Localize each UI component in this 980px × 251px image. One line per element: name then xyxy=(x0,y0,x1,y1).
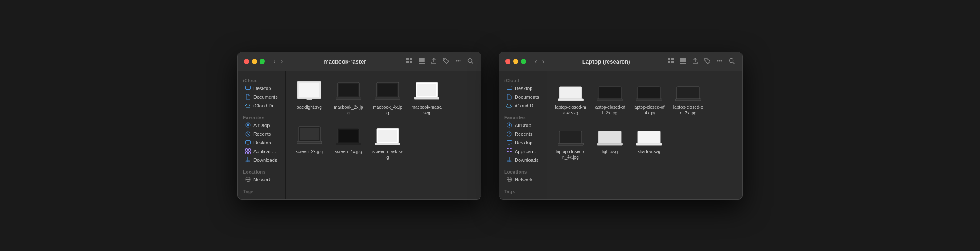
view-icon-grid-2[interactable] xyxy=(666,57,675,67)
sidebar-item-recents-1[interactable]: Recents xyxy=(240,130,284,138)
downloads-icon-1 xyxy=(245,157,251,163)
view-icon-grid-1[interactable] xyxy=(405,57,414,67)
sidebar-item-documents-1[interactable]: Documents xyxy=(240,93,284,101)
sidebar-item-label-icloud-2: iCloud Drive xyxy=(515,103,540,108)
minimize-button-1[interactable] xyxy=(252,59,257,64)
sidebar-item-label-airdrop-2: AirDrop xyxy=(515,123,531,128)
file-thumb-macbook4x xyxy=(374,79,402,103)
svg-rect-32 xyxy=(375,97,400,99)
desktop3-icon xyxy=(506,140,512,146)
share-icon-1[interactable] xyxy=(429,57,438,67)
svg-rect-49 xyxy=(680,58,686,60)
tag-icon-2[interactable] xyxy=(703,57,712,67)
share-icon-2[interactable] xyxy=(691,57,700,67)
more-icon-1[interactable] xyxy=(454,57,463,67)
network-icon-2 xyxy=(506,177,512,183)
sidebar-item-desktop3[interactable]: Desktop xyxy=(501,138,545,147)
file-item-screenmask[interactable]: screen-mask.svg xyxy=(370,122,405,162)
sidebar-item-icloudrive-1[interactable]: iCloud Drive xyxy=(240,101,284,110)
sidebar-item-icloudrive-2[interactable]: iCloud Drive xyxy=(501,101,545,110)
sidebar-item-airdrop-2[interactable]: AirDrop xyxy=(501,121,545,130)
forward-button-1[interactable]: › xyxy=(279,57,285,65)
sidebar-item-desktop-1[interactable]: Desktop xyxy=(240,84,284,93)
sidebar-item-network-1[interactable]: Network xyxy=(240,175,284,184)
svg-rect-81 xyxy=(597,143,623,145)
file-item-macbook4x[interactable]: macbook_4x.jpg xyxy=(370,77,405,117)
file-item-screen4x[interactable]: screen_4x.jpg xyxy=(331,122,366,162)
svg-rect-21 xyxy=(245,152,247,154)
view-icon-list-2[interactable] xyxy=(679,57,687,67)
svg-rect-12 xyxy=(245,86,250,90)
file-thumb-laptop-closed-on4x xyxy=(557,124,585,147)
file-name-laptop-closed-off2x: laptop-closed-off_2x.jpg xyxy=(594,104,625,116)
sidebar-item-applications-1[interactable]: Applications xyxy=(240,147,284,156)
svg-point-7 xyxy=(444,59,445,60)
file-item-laptop-closed-off2x[interactable]: laptop-closed-off_2x.jpg xyxy=(592,77,627,117)
file-item-macbookmask[interactable]: macbook-mask.svg xyxy=(409,77,444,117)
sidebar-item-label-desktop2-1: Desktop xyxy=(253,140,271,145)
sidebar-item-label-applications-1: Applications xyxy=(253,149,278,154)
file-item-laptop-closed-on2x[interactable]: laptop-closed-on_2x.jpg xyxy=(671,77,706,117)
more-icon-2[interactable] xyxy=(715,57,724,67)
file-item-laptop-closed-mask[interactable]: laptop-closed-mask.svg xyxy=(553,77,588,117)
file-thumb-laptop-closed-off4x xyxy=(635,79,663,103)
sidebar-item-network-2[interactable]: Network xyxy=(501,175,545,184)
svg-rect-78 xyxy=(559,131,582,144)
search-icon-2[interactable] xyxy=(727,57,736,67)
svg-rect-48 xyxy=(671,61,674,63)
sidebar-item-documents-2[interactable]: Documents xyxy=(501,93,545,101)
svg-rect-77 xyxy=(675,99,701,101)
file-item-light[interactable]: light.svg xyxy=(592,122,627,162)
back-button-2[interactable]: ‹ xyxy=(533,57,539,65)
svg-rect-83 xyxy=(636,143,662,145)
search-icon-1[interactable] xyxy=(466,57,475,67)
svg-rect-29 xyxy=(336,97,361,99)
svg-rect-31 xyxy=(378,84,397,96)
sidebar-item-airdrop-1[interactable]: AirDrop xyxy=(240,121,284,130)
view-icon-list-1[interactable] xyxy=(417,57,426,67)
file-name-laptop-closed-mask: laptop-closed-mask.svg xyxy=(555,104,586,116)
airdrop-icon-2 xyxy=(506,122,512,128)
window-body-2: iCloud Desktop Documents iCloud Drive xyxy=(499,71,742,199)
close-button-2[interactable] xyxy=(505,59,510,64)
sidebar-item-downloads-1[interactable]: Downloads xyxy=(240,156,284,164)
icloud-icon-1 xyxy=(245,103,251,109)
svg-point-10 xyxy=(460,60,461,61)
sidebar-item-downloads-2[interactable]: Downloads xyxy=(501,156,545,164)
file-thumb-screen4x xyxy=(335,124,362,147)
file-item-macbook2x[interactable]: macbook_2x.jpg xyxy=(331,77,366,117)
svg-rect-50 xyxy=(680,60,686,62)
window-title-2: Laptop (research) xyxy=(551,58,661,65)
svg-rect-71 xyxy=(558,99,584,101)
file-item-shadow[interactable]: shadow.svg xyxy=(632,122,666,162)
tags-label-2: Tags xyxy=(499,187,547,195)
file-name-screen4x: screen_4x.jpg xyxy=(335,149,362,154)
svg-rect-17 xyxy=(245,141,250,144)
airdrop-icon-1 xyxy=(245,122,251,128)
file-item-screen2x[interactable]: screen_2x.jpg xyxy=(292,122,327,162)
close-button-1[interactable] xyxy=(244,59,249,64)
forward-button-2[interactable]: › xyxy=(541,57,546,65)
sidebar-item-label-downloads-1: Downloads xyxy=(253,157,277,163)
file-item-laptop-closed-on4x[interactable]: laptop-closed-on_4x.jpg xyxy=(553,122,588,162)
svg-rect-79 xyxy=(558,143,584,145)
sidebar-item-recents-2[interactable]: Recents xyxy=(501,130,545,138)
minimize-button-2[interactable] xyxy=(513,59,518,64)
sidebar-item-label-recents-1: Recents xyxy=(253,131,271,137)
back-button-1[interactable]: ‹ xyxy=(272,57,277,65)
file-thumb-laptop-closed-off2x xyxy=(596,79,624,103)
desktop2-icon-1 xyxy=(245,140,251,146)
maximize-button-2[interactable] xyxy=(521,59,526,64)
file-name-laptop-closed-on2x: laptop-closed-on_2x.jpg xyxy=(672,104,704,116)
sidebar-item-applications-2[interactable]: Applications xyxy=(501,147,545,156)
file-name-laptop-closed-off4x: laptop-closed-off_4x.jpg xyxy=(633,104,665,116)
svg-point-54 xyxy=(719,60,720,61)
file-item-backlight[interactable]: backlight.svg xyxy=(292,77,327,117)
maximize-button-1[interactable] xyxy=(260,59,265,64)
tag-icon-1[interactable] xyxy=(442,57,450,67)
sidebar-item-desktop-2[interactable]: Desktop xyxy=(501,84,545,93)
file-thumb-shadow xyxy=(635,124,663,147)
file-item-laptop-closed-off4x[interactable]: laptop-closed-off_4x.jpg xyxy=(632,77,666,117)
sidebar-item-desktop2-1[interactable]: Desktop xyxy=(240,138,284,147)
svg-rect-13 xyxy=(247,90,249,90)
